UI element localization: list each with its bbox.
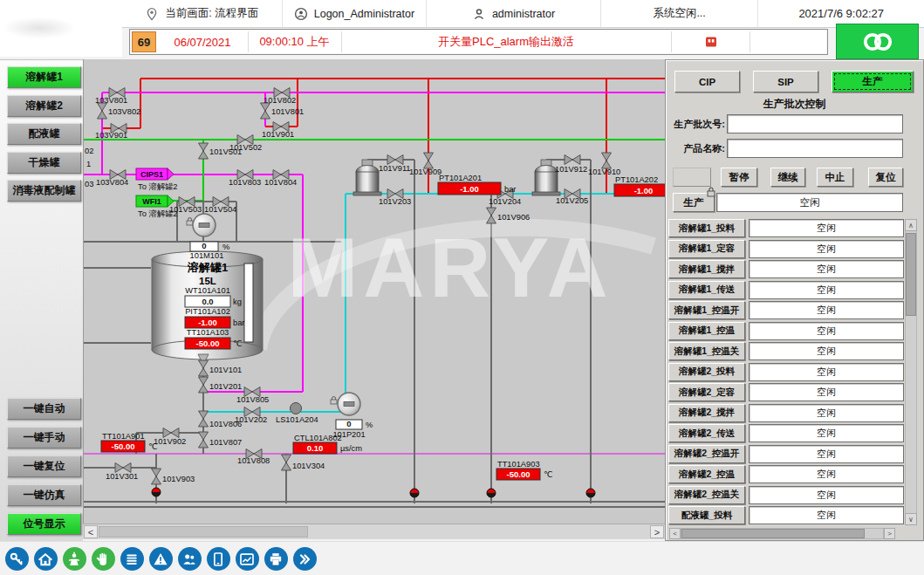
valve-101V504[interactable]: 101V504 <box>204 197 236 215</box>
step-button-3[interactable]: 溶解罐1_传送 <box>668 281 745 299</box>
valve-101V901[interactable]: 101V901 <box>262 122 294 140</box>
valve-101V906[interactable]: 101V906 <box>487 208 530 223</box>
edge-label: 1 <box>86 160 91 168</box>
valve-101V911[interactable]: 101V911 <box>379 155 411 174</box>
bottom-toolbar <box>0 541 924 575</box>
transfer-pump[interactable]: 0%101P201 <box>331 393 373 439</box>
sidebar-item-tank-4[interactable]: 消毒液配制罐 <box>7 180 81 202</box>
valve-101V903[interactable]: 101V903 <box>152 469 195 484</box>
canvas-scroll-thumb[interactable] <box>99 526 308 537</box>
step-button-9[interactable]: 溶解罐2_搅拌 <box>668 404 745 422</box>
step-button-2[interactable]: 溶解罐1_搅拌 <box>668 260 745 278</box>
valve-101V101[interactable]: 101V101 <box>199 360 243 376</box>
key-icon[interactable] <box>5 547 29 571</box>
batch-control-title: 生产批次控制 <box>666 97 923 112</box>
steps-scroll-right-button[interactable]: > <box>884 528 895 539</box>
sidebar-item-mode-4[interactable]: 位号显示 <box>7 513 81 535</box>
username-label: administrator <box>492 8 555 20</box>
sidebar-item-mode-3[interactable]: 一键仿真 <box>7 484 81 506</box>
svg-text:-50.00: -50.00 <box>112 442 135 451</box>
svg-text:101V101: 101V101 <box>209 366 242 374</box>
drain-valve-1[interactable] <box>410 489 419 497</box>
drain-valve-0[interactable] <box>152 488 161 496</box>
valve-101V201[interactable]: 101V201 <box>199 377 243 393</box>
steps-scroll-down-button[interactable]: ∨ <box>905 513 917 525</box>
valve-101V304[interactable]: 101V304 <box>282 455 325 470</box>
canvas-scroll-left-button[interactable]: < <box>84 525 98 538</box>
valve-101V912[interactable]: 101V912 <box>555 155 587 175</box>
sidebar-item-mode-0[interactable]: 一键自动 <box>7 398 81 420</box>
trend-chart-icon[interactable] <box>236 547 259 571</box>
valve-101V802[interactable]: 101V802 <box>264 88 296 106</box>
logon-label: Logon_Administrator <box>314 8 414 20</box>
sip-button[interactable]: SIP <box>753 71 818 92</box>
valve-101V806[interactable]: 101V806 <box>199 411 243 428</box>
valve-101V803[interactable]: 101V803 <box>229 170 261 188</box>
steps-scroll-up-button[interactable]: ∧ <box>905 219 917 231</box>
sidebar-item-tank-3[interactable]: 干燥罐 <box>7 152 81 174</box>
alarm-triangle-icon[interactable] <box>149 547 173 571</box>
users-icon[interactable] <box>178 547 202 571</box>
valve-101V205[interactable]: 101V205 <box>556 189 588 206</box>
hand-icon[interactable] <box>92 547 115 571</box>
robot-icon[interactable] <box>63 547 86 571</box>
valve-101V902[interactable]: 101V902 <box>154 428 186 447</box>
valve-101V808[interactable]: 101V808 <box>237 449 270 466</box>
abort-button[interactable]: 中止 <box>817 168 853 187</box>
valve-101V910[interactable]: 101V910 <box>588 153 620 176</box>
system-status-label: 系统空闲... <box>653 6 705 21</box>
step-button-6[interactable]: 溶解罐1_控温关 <box>668 342 745 360</box>
step-button-14[interactable]: 配液罐_投料 <box>668 506 745 524</box>
batch-number-input[interactable] <box>727 114 903 133</box>
pause-button[interactable]: 暂停 <box>721 168 757 187</box>
canvas-scroll-right-button[interactable]: > <box>650 525 664 538</box>
step-button-1[interactable]: 溶解罐1_定容 <box>668 240 745 258</box>
step-button-7[interactable]: 溶解罐2_投料 <box>668 363 745 381</box>
valve-103V801[interactable]: 103V801 <box>95 88 127 106</box>
step-button-8[interactable]: 溶解罐2_定容 <box>668 383 745 401</box>
canvas-hscrollbar[interactable]: < > <box>83 524 665 539</box>
connection-button[interactable] <box>836 24 919 59</box>
drain-valve-3[interactable] <box>586 489 595 497</box>
valve-101V203[interactable]: 101V203 <box>379 189 411 207</box>
reset-button[interactable]: 复位 <box>868 168 903 187</box>
header-logon[interactable]: Logon_Administrator <box>283 0 428 27</box>
sidebar-item-mode-1[interactable]: 一键手动 <box>7 427 81 448</box>
sidebar-item-tank-2[interactable]: 配液罐 <box>7 123 81 145</box>
valve-101V807[interactable]: 101V807 <box>199 432 243 448</box>
resume-button[interactable]: 继续 <box>770 168 805 187</box>
steps-vscroll-thumb[interactable] <box>906 233 916 316</box>
step-button-4[interactable]: 溶解罐1_控温开 <box>668 301 745 319</box>
valve-103V802[interactable]: 103V802 <box>98 103 141 119</box>
svg-text:103V901: 103V901 <box>95 131 127 140</box>
svg-text:101V911: 101V911 <box>379 164 411 173</box>
menu-list-icon[interactable] <box>120 547 144 571</box>
steps-hscroll-thumb[interactable] <box>681 529 865 538</box>
sidebar-item-tank-0[interactable]: 溶解罐1 <box>7 66 81 88</box>
svg-text:101V501: 101V501 <box>209 147 242 156</box>
start-button[interactable] <box>673 168 711 187</box>
drain-valve-2[interactable] <box>487 489 496 497</box>
sidebar-item-mode-2[interactable]: 一键复位 <box>7 455 81 477</box>
production-mode-button[interactable]: 生产 <box>832 71 914 92</box>
forward-arrows-icon[interactable] <box>293 547 317 571</box>
valve-103V804[interactable]: 103V804 <box>96 170 128 188</box>
svg-text:℃: ℃ <box>544 470 552 479</box>
step-button-11[interactable]: 溶解罐2_控温开 <box>668 445 745 463</box>
valve-101V804[interactable]: 101V804 <box>264 170 297 188</box>
tablet-icon[interactable] <box>207 547 230 571</box>
home-icon[interactable] <box>34 547 58 571</box>
step-button-12[interactable]: 溶解罐2_控温 <box>668 465 745 483</box>
step-button-13[interactable]: 溶解罐2_控温关 <box>668 486 745 504</box>
cip-button[interactable]: CIP <box>674 71 740 92</box>
step-button-5[interactable]: 溶解罐1_控温 <box>668 322 745 340</box>
printer-icon[interactable] <box>264 547 288 571</box>
step-button-10[interactable]: 溶解罐2_传送 <box>668 424 745 442</box>
sidebar-item-tank-1[interactable]: 溶解罐2 <box>7 95 81 117</box>
steps-scroll-left-button[interactable]: < <box>669 528 681 539</box>
agitator-motor[interactable]: 0%101M101 <box>187 214 229 260</box>
product-name-input[interactable] <box>727 139 903 158</box>
valve-101V301[interactable]: 101V301 <box>106 463 138 482</box>
valve-103V901[interactable]: 103V901 <box>95 124 127 140</box>
step-button-0[interactable]: 溶解罐1_投料 <box>668 219 745 237</box>
